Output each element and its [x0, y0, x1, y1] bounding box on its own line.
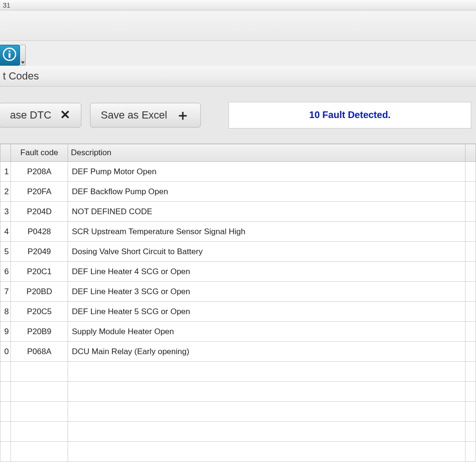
fault-table: Fault code Description 1 P208A DEF Pump …	[0, 144, 476, 462]
table-row[interactable]: 7 P20BD DEF Line Heater 3 SCG or Open	[0, 282, 476, 302]
cell-code: P20FA	[11, 182, 68, 202]
cell-num	[0, 422, 11, 442]
table-row[interactable]: 0 P068A DCU Main Relay (Early opening)	[0, 342, 476, 362]
table-row[interactable]: 4 P0428 SCR Upstream Temperature Sensor …	[0, 222, 476, 242]
table-row[interactable]: 9 P20B9 Supply Module Heater Open	[0, 322, 476, 342]
fault-status-text: 10 Fault Detected.	[309, 109, 391, 120]
cell-code	[11, 362, 68, 382]
cell-num: 2	[0, 182, 11, 202]
col-header-desc[interactable]: Description	[68, 144, 466, 162]
cell-extra	[466, 442, 476, 462]
cell-num: 7	[0, 282, 11, 302]
table-row[interactable]: 2 P20FA DEF Backflow Pump Open	[0, 182, 476, 202]
cell-code	[11, 402, 68, 422]
fault-table-container[interactable]: Fault code Description 1 P208A DEF Pump …	[0, 144, 476, 476]
cell-code: P204D	[11, 202, 68, 222]
menubar	[0, 10, 476, 41]
cell-desc: DEF Line Heater 5 SCG or Open	[68, 302, 466, 322]
cell-desc: DEF Line Heater 3 SCG or Open	[68, 282, 466, 302]
cell-code: P20C1	[11, 262, 68, 282]
section-title: t Codes	[3, 70, 39, 82]
col-header-num[interactable]	[0, 144, 11, 162]
table-row-empty[interactable]	[0, 382, 476, 402]
erase-dtc-button[interactable]: ase DTC ✕	[0, 103, 81, 128]
table-row[interactable]: 3 P204D NOT DEFINED CODE	[0, 202, 476, 222]
cell-num	[0, 402, 11, 422]
svg-rect-2	[9, 53, 10, 58]
cell-desc	[68, 422, 466, 442]
cell-extra	[466, 282, 476, 302]
cell-extra	[466, 342, 476, 362]
cell-num	[0, 362, 11, 382]
cell-code: P20BD	[11, 282, 68, 302]
cell-desc: NOT DEFINED CODE	[68, 202, 466, 222]
close-icon: ✕	[60, 108, 70, 122]
cell-code	[11, 422, 68, 442]
cell-desc	[68, 382, 466, 402]
table-row-empty[interactable]	[0, 422, 476, 442]
table-row-empty[interactable]	[0, 362, 476, 382]
cell-num: 0	[0, 342, 11, 362]
section-header: t Codes	[0, 66, 476, 87]
cell-desc	[68, 362, 466, 382]
cell-code: P068A	[11, 342, 68, 362]
table-row-empty[interactable]	[0, 402, 476, 422]
cell-desc	[68, 402, 466, 422]
cell-desc: DCU Main Relay (Early opening)	[68, 342, 466, 362]
cell-code: P2049	[11, 242, 68, 262]
cell-num: 4	[0, 222, 11, 242]
cell-num: 5	[0, 242, 11, 262]
cell-code	[11, 382, 68, 402]
cell-num: 1	[0, 162, 11, 182]
cell-desc: DEF Pump Motor Open	[68, 162, 466, 182]
erase-dtc-label: ase DTC	[10, 109, 51, 121]
cell-extra	[466, 182, 476, 202]
col-header-extra[interactable]	[466, 144, 476, 162]
cell-extra	[466, 262, 476, 282]
table-row[interactable]: 5 P2049 Dosing Valve Short Circuit to Ba…	[0, 242, 476, 262]
table-row[interactable]: 6 P20C1 DEF Line Heater 4 SCG or Open	[0, 262, 476, 282]
info-icon	[1, 46, 18, 64]
window-titlebar: 31	[0, 0, 476, 10]
cell-extra	[466, 382, 476, 402]
table-row[interactable]: 8 P20C5 DEF Line Heater 5 SCG or Open	[0, 302, 476, 322]
fault-status-panel: 10 Fault Detected.	[228, 102, 471, 129]
cell-extra	[466, 362, 476, 382]
cell-extra	[466, 162, 476, 182]
cell-extra	[466, 242, 476, 262]
action-toolbar: ase DTC ✕ Save as Excel ＋ 10 Fault Detec…	[0, 87, 476, 144]
save-excel-label: Save as Excel	[101, 109, 167, 121]
cell-code	[11, 442, 68, 462]
cell-num: 8	[0, 302, 11, 322]
cell-desc: Supply Module Heater Open	[68, 322, 466, 342]
save-excel-button[interactable]: Save as Excel ＋	[90, 103, 201, 128]
cell-num: 3	[0, 202, 11, 222]
toolbar-icons	[0, 41, 476, 66]
cell-desc	[68, 442, 466, 462]
cell-desc: DEF Backflow Pump Open	[68, 182, 466, 202]
cell-code: P0428	[11, 222, 68, 242]
cell-num: 6	[0, 262, 11, 282]
cell-code: P20B9	[11, 322, 68, 342]
cell-extra	[466, 402, 476, 422]
cell-num	[0, 382, 11, 402]
cell-num: 9	[0, 322, 11, 342]
window-title-text: 31	[3, 1, 10, 9]
cell-num	[0, 442, 11, 462]
cell-extra	[466, 422, 476, 442]
cell-code: P20C5	[11, 302, 68, 322]
cell-extra	[466, 322, 476, 342]
cell-extra	[466, 222, 476, 242]
table-row-empty[interactable]	[0, 442, 476, 462]
col-header-code[interactable]: Fault code	[11, 144, 68, 162]
info-button[interactable]	[0, 45, 20, 66]
svg-point-1	[9, 50, 10, 52]
info-dropdown[interactable]	[20, 45, 26, 66]
cell-desc: DEF Line Heater 4 SCG or Open	[68, 262, 466, 282]
table-row[interactable]: 1 P208A DEF Pump Motor Open	[0, 162, 476, 182]
cell-code: P208A	[11, 162, 68, 182]
cell-extra	[466, 202, 476, 222]
cell-extra	[466, 302, 476, 322]
cell-desc: SCR Upstream Temperature Sensor Signal H…	[68, 222, 466, 242]
chevron-down-icon	[21, 61, 25, 64]
